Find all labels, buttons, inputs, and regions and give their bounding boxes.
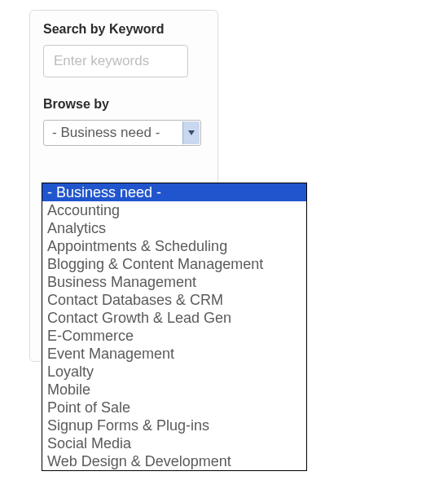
browse-option[interactable]: Event Management: [42, 345, 306, 363]
browse-option[interactable]: Contact Growth & Lead Gen: [42, 309, 306, 327]
browse-option[interactable]: - Business need -: [42, 183, 306, 201]
browse-select-value: - Business need -: [52, 125, 160, 141]
browse-option[interactable]: Social Media: [42, 434, 306, 452]
browse-option[interactable]: Mobile: [42, 381, 306, 399]
search-label: Search by Keyword: [43, 22, 204, 37]
chevron-down-icon: [182, 121, 200, 144]
browse-option[interactable]: Web Design & Development: [42, 452, 306, 470]
browse-option[interactable]: Business Management: [42, 273, 306, 291]
browse-option[interactable]: Loyalty: [42, 363, 306, 381]
browse-option[interactable]: Signup Forms & Plug-ins: [42, 416, 306, 434]
browse-option[interactable]: Blogging & Content Management: [42, 255, 306, 273]
browse-label: Browse by: [43, 97, 204, 112]
browse-option[interactable]: Appointments & Scheduling: [42, 237, 306, 255]
browse-option[interactable]: Contact Databases & CRM: [42, 291, 306, 309]
browse-option[interactable]: Point of Sale: [42, 399, 306, 416]
browse-option[interactable]: Accounting: [42, 201, 306, 219]
browse-option[interactable]: Analytics: [42, 219, 306, 237]
browse-dropdown[interactable]: - Business need -AccountingAnalyticsAppo…: [42, 183, 307, 471]
browse-select[interactable]: - Business need -: [43, 120, 201, 146]
search-input[interactable]: [43, 45, 188, 77]
browse-option[interactable]: E-Commerce: [42, 327, 306, 345]
